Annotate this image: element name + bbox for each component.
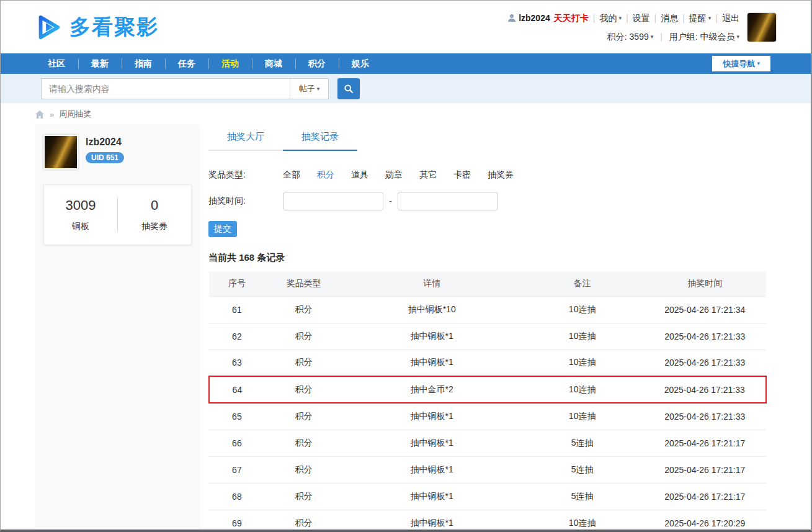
prize-type-label: 奖品类型: — [208, 169, 283, 181]
prize-type-option-7[interactable]: 抽奖券 — [488, 169, 514, 181]
breadcrumb: » 周周抽奖 — [1, 103, 811, 124]
table-cell: 2025-04-26 17:20:29 — [643, 510, 766, 532]
table-cell: 5连抽 — [521, 456, 644, 483]
table-row: 62积分抽中铜板*110连抽2025-04-26 17:21:33 — [209, 323, 766, 349]
header-menu-item-4[interactable]: 提醒▾ — [689, 13, 712, 23]
chevron-down-icon: ▾ — [618, 15, 622, 21]
header-user-area: lzb2024天天打卡|我的▾|设置|消息|提醒▾|退出 积分: 3599▾ |… — [507, 10, 777, 45]
table-cell: 积分 — [265, 349, 343, 376]
sidebar: lzb2024 UID 651 3009 铜板 0 抽奖券 — [35, 125, 200, 532]
table-cell: 抽中铜板*1 — [343, 510, 521, 532]
chevron-down-icon: ▾ — [708, 15, 712, 21]
uid-badge: UID 651 — [86, 152, 124, 163]
nav-item-4[interactable]: 任务 — [165, 53, 208, 74]
stat-tickets: 0 抽奖券 — [117, 197, 191, 232]
chevron-down-icon: ▾ — [757, 60, 760, 66]
search-input[interactable] — [42, 79, 290, 99]
table-cell: 5连抽 — [521, 430, 644, 456]
draw-time-end-input[interactable] — [398, 192, 498, 210]
stat-value: 3009 — [44, 197, 117, 214]
user-avatar[interactable] — [747, 12, 777, 42]
site-logo[interactable]: 多看聚影 — [35, 13, 159, 42]
search-bar: 帖子▾ — [1, 74, 811, 103]
table-cell: 10连抽 — [521, 323, 644, 349]
nav-item-2[interactable]: 最新 — [78, 53, 122, 74]
profile-username: lzb2024 — [86, 137, 124, 148]
prize-type-option-5[interactable]: 其它 — [419, 169, 437, 181]
table-cell: 积分 — [265, 456, 343, 483]
menu-separator: | — [660, 32, 663, 42]
header-username[interactable]: lzb2024 — [519, 13, 550, 23]
table-cell: 积分 — [265, 296, 343, 323]
logo-play-icon — [35, 13, 63, 42]
table-cell: 69 — [209, 510, 265, 532]
tabs: 抽奖大厅 抽奖记录 — [208, 131, 767, 151]
table-cell: 5连抽 — [521, 483, 644, 510]
table-header-3: 详情 — [343, 271, 521, 296]
stat-value: 0 — [118, 197, 191, 214]
header-menu: |我的▾|设置|消息|提醒▾|退出 — [589, 13, 739, 23]
table-cell: 积分 — [265, 483, 343, 510]
prize-type-option-6[interactable]: 卡密 — [453, 169, 471, 181]
draw-time-filter-row: 抽奖时间: - — [208, 192, 767, 210]
prize-type-filter-row: 奖品类型: 全部积分道具勋章其它卡密抽奖券 — [208, 169, 767, 181]
menu-separator: | — [715, 13, 718, 23]
table-cell: 68 — [209, 483, 265, 510]
table-cell: 2025-04-26 17:21:33 — [643, 323, 766, 349]
header-menu-item-5[interactable]: 退出 — [722, 13, 739, 23]
table-cell: 65 — [209, 403, 265, 430]
table-cell: 62 — [209, 323, 265, 349]
nav-item-3[interactable]: 指南 — [122, 53, 165, 74]
table-row-highlighted: 64积分抽中金币*210连抽2025-04-26 17:21:33 — [209, 376, 766, 403]
menu-separator: | — [654, 13, 657, 23]
draw-time-start-input[interactable] — [283, 192, 383, 210]
site-header: 多看聚影 lzb2024天天打卡|我的▾|设置|消息|提醒▾|退出 积分: 35… — [1, 1, 811, 53]
table-cell: 抽中铜板*1 — [343, 403, 521, 430]
table-cell: 抽中铜板*1 — [343, 349, 521, 376]
records-table: 序号奖品类型详情备注抽奖时间 61积分抽中铜板*1010连抽2025-04-26… — [208, 271, 767, 532]
chevron-down-icon: ▾ — [317, 86, 320, 92]
menu-separator: | — [682, 13, 685, 23]
table-cell: 2025-04-26 17:21:34 — [643, 296, 766, 323]
stats-card: 3009 铜板 0 抽奖券 — [43, 184, 192, 245]
tab-lottery-hall[interactable]: 抽奖大厅 — [208, 131, 283, 151]
header-menu-item-3[interactable]: 消息 — [661, 13, 678, 23]
menu-separator: | — [626, 13, 628, 23]
table-cell: 66 — [209, 430, 265, 456]
table-header-1: 序号 — [209, 271, 265, 296]
nav-item-8[interactable]: 娱乐 — [339, 53, 382, 74]
table-cell: 积分 — [265, 376, 343, 403]
table-cell: 抽中铜板*10 — [343, 296, 521, 323]
time-range-separator: - — [389, 196, 392, 206]
nav-item-5[interactable]: 活动 — [208, 53, 252, 74]
table-header-row: 序号奖品类型详情备注抽奖时间 — [209, 271, 766, 296]
profile-avatar[interactable] — [43, 135, 78, 169]
table-cell: 2025-04-26 17:21:33 — [643, 376, 766, 403]
prize-type-option-3[interactable]: 道具 — [351, 169, 368, 181]
nav-item-7[interactable]: 积分 — [295, 53, 339, 74]
quick-nav-button[interactable]: 快捷导航▾ — [712, 56, 770, 71]
daily-checkin-link[interactable]: 天天打卡 — [554, 13, 589, 23]
table-row: 69积分抽中铜板*110连抽2025-04-26 17:20:29 — [209, 510, 766, 532]
submit-button[interactable]: 提交 — [208, 221, 237, 237]
profile-card: lzb2024 UID 651 — [35, 125, 200, 173]
table-cell: 抽中铜板*1 — [343, 430, 521, 456]
prize-type-option-1[interactable]: 全部 — [283, 169, 300, 181]
table-cell: 2025-04-26 17:21:17 — [643, 430, 766, 456]
nav-item-1[interactable]: 社区 — [35, 53, 78, 74]
tab-lottery-records[interactable]: 抽奖记录 — [283, 131, 357, 151]
table-header-2: 奖品类型 — [265, 271, 343, 296]
user-icon — [507, 11, 516, 27]
usergroup-dropdown[interactable]: 用户组: 中级会员▾ — [669, 32, 739, 42]
points-dropdown[interactable]: 积分: 3599▾ — [607, 32, 653, 42]
search-button[interactable] — [337, 78, 360, 99]
table-cell: 2025-04-26 17:21:17 — [643, 456, 766, 483]
prize-type-option-2[interactable]: 积分 — [317, 169, 334, 181]
prize-type-option-4[interactable]: 勋章 — [385, 169, 403, 181]
header-menu-item-2[interactable]: 设置 — [633, 13, 650, 23]
nav-item-6[interactable]: 商城 — [252, 53, 295, 74]
search-type-dropdown[interactable]: 帖子▾ — [290, 79, 328, 99]
home-icon[interactable] — [35, 110, 45, 119]
table-cell: 抽中铜板*1 — [343, 456, 521, 483]
header-menu-item-1[interactable]: 我的▾ — [599, 13, 622, 23]
